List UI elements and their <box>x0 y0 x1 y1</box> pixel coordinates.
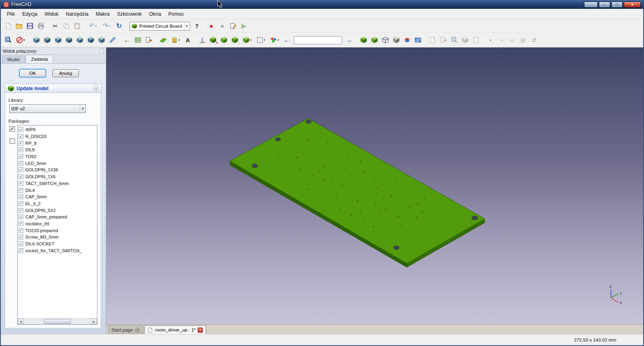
pcb-bundle-icon[interactable]: ▾ <box>169 35 182 45</box>
package-item[interactable]: ✓CAP_5mm_prepared <box>19 214 97 220</box>
open-file-icon[interactable] <box>14 21 25 31</box>
master-checkbox-checked[interactable]: ✓ <box>10 126 15 132</box>
workbench-selector[interactable]: Printed Circuit Board ▾ <box>130 22 190 31</box>
image-export-icon[interactable] <box>427 35 438 45</box>
pcb-face-icon[interactable] <box>158 35 169 45</box>
package-checkbox[interactable]: ✓ <box>19 174 23 179</box>
float-panel-icon[interactable]: ▫ <box>100 49 104 54</box>
menu-item-pomoc[interactable]: Pomoc <box>165 9 188 19</box>
collapse-icon[interactable]: ∧ <box>93 85 99 91</box>
package-item[interactable]: ✓TACT_SWITCH_6mm <box>19 180 97 187</box>
package-item[interactable]: ✓TO220-prepared <box>19 227 97 234</box>
scrollbar-track[interactable] <box>24 319 91 324</box>
new-file-icon[interactable] <box>3 21 14 31</box>
rear-view-icon[interactable] <box>74 35 85 45</box>
package-checkbox[interactable]: ✓ <box>19 147 23 152</box>
close-tab-icon[interactable]: × <box>198 327 203 333</box>
panel-header[interactable]: Widok połączony ▫ <box>1 47 106 55</box>
package-checkbox[interactable]: ✓ <box>19 221 23 226</box>
macro-stop-icon[interactable]: ■ <box>217 21 228 31</box>
package-checkbox[interactable]: ✓ <box>19 167 23 172</box>
menu-item-makra[interactable]: Makra <box>92 9 114 19</box>
package-checkbox[interactable]: ✓ <box>19 141 23 146</box>
package-item[interactable]: ✓RP_8 <box>19 140 97 146</box>
ok-button[interactable]: OK <box>19 69 46 77</box>
print-icon[interactable] <box>35 21 46 31</box>
chevron-down-icon[interactable]: ▾ <box>277 38 279 42</box>
paste-icon[interactable] <box>72 21 83 31</box>
package-item[interactable]: ✓GOLDPIN_1X36 <box>19 167 97 173</box>
package-item[interactable]: ✓DIL6-SOCKET <box>19 241 97 247</box>
chevron-down-icon[interactable]: ▾ <box>184 22 188 30</box>
whats-this-icon[interactable]: ? <box>192 21 202 31</box>
scroll-right-icon[interactable]: ▸ <box>91 319 97 324</box>
scene-clip-icon[interactable] <box>471 35 481 45</box>
draw-style-icon[interactable]: ▾ <box>14 35 27 45</box>
chevron-down-icon[interactable]: ▾ <box>109 24 111 28</box>
package-item[interactable]: ✓R_DISC03 <box>19 133 97 140</box>
command-input[interactable] <box>294 36 342 44</box>
package-item[interactable]: ✓DIL4 <box>19 187 97 194</box>
undo-icon[interactable]: ↶▾ <box>86 21 100 31</box>
selection-box-icon[interactable]: ▾ <box>254 35 268 45</box>
add-model-icon[interactable]: + <box>208 35 219 45</box>
update-model-section-header[interactable]: Update model ∧ <box>5 84 102 93</box>
package-checkbox[interactable]: ✓ <box>19 235 23 239</box>
scrollbar-thumb[interactable] <box>44 319 71 324</box>
left-view-icon[interactable] <box>96 35 107 45</box>
section-icon[interactable] <box>413 35 423 45</box>
3d-viewport[interactable]: Z Y X Start page × room_driver_up : 1* × <box>106 47 643 334</box>
scene-inspect-icon[interactable] <box>449 35 460 45</box>
package-checkbox[interactable]: ✓ <box>19 201 23 206</box>
close-button[interactable]: × <box>624 2 641 8</box>
bottom-view-icon[interactable] <box>85 35 96 45</box>
tab-start-page[interactable]: Start page × <box>108 325 143 334</box>
package-item[interactable]: ✓oscilator_tht <box>19 220 97 227</box>
scene-export-icon[interactable] <box>438 35 449 45</box>
right-view-icon[interactable] <box>64 35 74 45</box>
tab-room-driver-up[interactable]: room_driver_up : 1* × <box>144 325 206 334</box>
shaded-cube-icon[interactable] <box>391 35 402 45</box>
maximize-button[interactable]: □ <box>611 2 623 8</box>
package-item[interactable]: ✓GOLDPIN_1X6 <box>19 173 97 180</box>
measure-icon[interactable] <box>107 35 118 45</box>
scroll-left-icon[interactable]: ◂ <box>18 319 24 324</box>
part-solid-icon[interactable] <box>369 35 380 45</box>
package-checkbox[interactable]: ✓ <box>19 194 23 199</box>
nav-back-icon[interactable]: ← <box>281 35 292 45</box>
download-model-icon[interactable]: ↓ <box>229 35 240 45</box>
sketch-circle-icon[interactable]: ○ <box>507 35 518 45</box>
master-checkbox-unchecked[interactable] <box>10 138 15 144</box>
package-checkbox[interactable]: ✓ <box>19 181 23 186</box>
macro-edit-icon[interactable] <box>228 21 239 31</box>
pcb-3d-model[interactable] <box>106 47 643 324</box>
package-checkbox[interactable]: ✓ <box>19 214 23 219</box>
horizontal-scrollbar[interactable]: ◂ ▸ <box>18 318 97 324</box>
copy-icon[interactable] <box>61 21 72 31</box>
macro-play-icon[interactable]: ▶ <box>239 21 250 31</box>
menu-item-edycja[interactable]: Edycja <box>19 9 41 19</box>
package-item[interactable]: ✓DIL8 <box>19 146 97 153</box>
package-checkbox[interactable]: ✓ <box>19 161 23 166</box>
sketch-ellipse-icon[interactable]: ◎ <box>518 35 528 45</box>
layers-icon[interactable] <box>402 35 413 45</box>
package-item[interactable]: ✓EL_6_2 <box>19 200 97 207</box>
window-extra-button[interactable] <box>584 2 598 8</box>
package-item[interactable]: ✓40P6 <box>19 126 97 133</box>
part-box-icon[interactable] <box>358 35 369 45</box>
package-checkbox[interactable]: ✓ <box>19 228 23 233</box>
chevron-down-icon[interactable]: ▾ <box>23 38 25 42</box>
chevron-down-icon[interactable]: ▾ <box>264 38 265 42</box>
menu-item-okna[interactable]: Okna <box>145 9 165 19</box>
sketch-point-icon[interactable]: • <box>485 35 496 45</box>
tab-model[interactable]: Model <box>2 56 25 63</box>
redo-icon[interactable]: ↷▾ <box>100 21 114 31</box>
scene-box-icon[interactable] <box>460 35 471 45</box>
cut-icon[interactable]: ✂ <box>50 21 61 31</box>
chevron-down-icon[interactable]: ▾ <box>250 38 252 42</box>
macro-record-icon[interactable]: ● <box>206 21 217 31</box>
refresh-icon[interactable]: ↻ <box>114 21 124 31</box>
insert-primitive-icon[interactable]: ▾ <box>240 35 254 45</box>
pcb-export-icon[interactable] <box>143 35 154 45</box>
sketch-curve-icon[interactable]: ~ <box>496 35 507 45</box>
